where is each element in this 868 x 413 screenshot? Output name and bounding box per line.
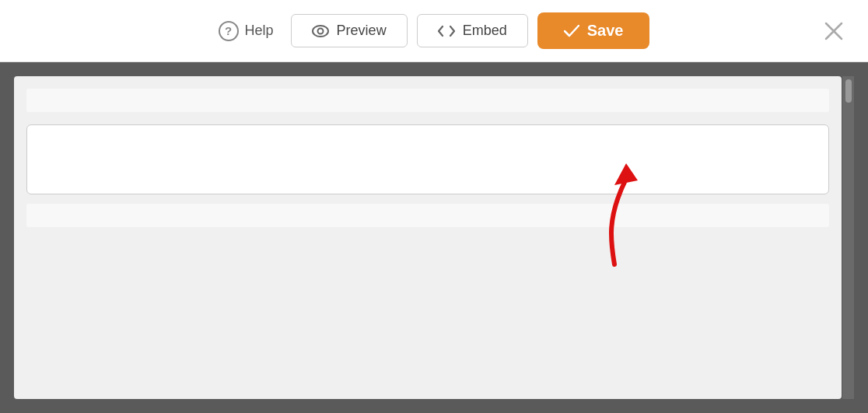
content-input-area[interactable] [26,124,829,194]
content-row-2 [26,204,829,227]
embed-button[interactable]: Embed [417,14,528,47]
embed-label: Embed [463,23,507,39]
svg-point-0 [313,26,328,37]
help-icon: ? [219,21,239,41]
toolbar: ? Help Preview Embed Save [0,0,868,62]
scrollbar[interactable] [842,76,854,399]
close-button[interactable] [823,20,845,42]
preview-icon [312,25,329,37]
main-content-area [0,62,868,413]
preview-button[interactable]: Preview [291,14,408,47]
close-icon [823,20,845,42]
svg-point-1 [317,28,323,33]
content-row-1 [26,89,829,112]
help-label: Help [245,23,274,39]
help-button[interactable]: ? Help [219,21,274,41]
save-button[interactable]: Save [537,12,650,49]
save-check-icon [564,25,579,37]
scrollbar-thumb [845,79,852,103]
save-label: Save [587,22,624,40]
preview-label: Preview [337,23,387,39]
embed-icon [438,25,455,37]
content-panel [14,76,842,399]
